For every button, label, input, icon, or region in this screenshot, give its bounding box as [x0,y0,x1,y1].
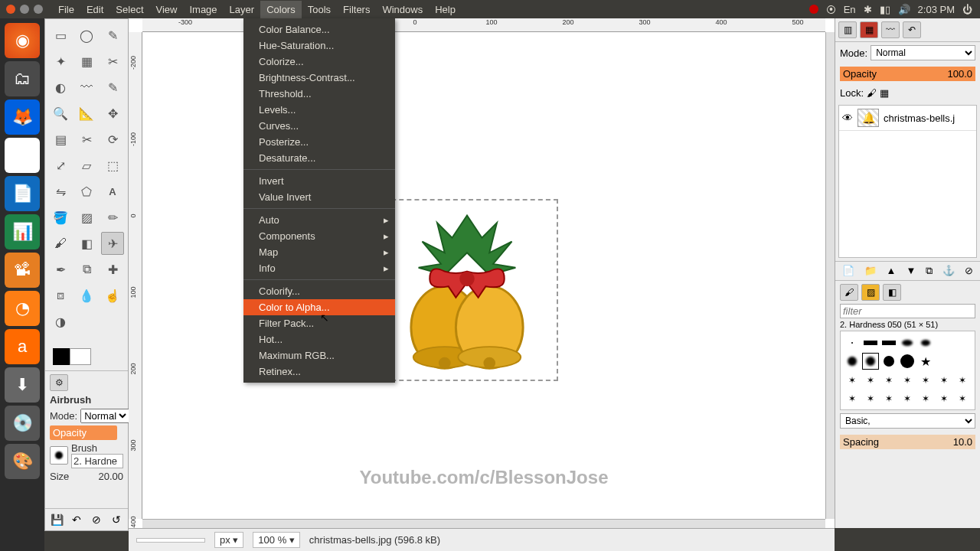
menu-item-invert[interactable]: Invert [243,173,395,189]
image-selection[interactable] [376,199,558,381]
layer-visibility-icon[interactable]: 👁 [842,112,853,124]
menu-item-components[interactable]: Components [243,228,395,244]
unit-select[interactable]: px ▾ [214,532,243,548]
layer-anchor-icon[interactable]: ⚓ [942,265,955,277]
tab-brushes-icon[interactable]: 🖌 [840,284,858,301]
tool-smudge[interactable]: ☝ [101,284,124,307]
brush-cell[interactable] [917,334,934,351]
layer-new-icon[interactable]: 📄 [842,265,854,277]
menu-item-retinex[interactable]: Retinex... [243,364,395,380]
menu-item-colorify[interactable]: Colorify... [243,283,395,299]
brush-preview[interactable] [50,446,68,465]
tool-pencil[interactable]: ✏ [101,206,124,229]
brush-cell[interactable] [936,371,952,388]
tool-move[interactable]: ✥ [101,102,124,125]
menu-item-brightness-contrast[interactable]: Brightness-Contrast... [243,70,395,86]
opacity-slider[interactable]: Opacity [50,425,117,440]
tab-patterns-icon[interactable]: ▨ [861,284,880,301]
layer-down-icon[interactable]: ▼ [906,265,916,277]
brush-cell-selected[interactable] [862,353,879,370]
brush-cell[interactable] [954,353,971,370]
tool-airbrush[interactable]: ✈ [101,232,124,255]
scrollbar-vertical[interactable] [825,32,835,519]
tool-scale[interactable]: ⤢ [49,154,72,177]
tool-blur[interactable]: 💧 [75,284,98,307]
window-close-button[interactable] [6,5,15,14]
brush-cell[interactable] [862,371,879,388]
battery-icon[interactable]: ▮▯ [880,4,890,15]
tool-scissors[interactable]: ✂ [101,50,124,73]
tool-paintbrush[interactable]: 🖌 [49,232,72,255]
dock-revert-icon[interactable]: ↶ [69,512,84,527]
tool-flip[interactable]: ⇋ [49,180,72,203]
menu-item-auto[interactable]: Auto [243,212,395,228]
tool-rotate[interactable]: ⟳ [101,128,124,151]
tab-paths-icon[interactable]: 〰 [881,21,900,38]
brush-cell[interactable] [844,390,861,406]
brush-cell[interactable] [954,334,971,351]
brush-cell[interactable] [899,353,916,370]
menu-item-color-balance[interactable]: Color Balance... [243,21,395,37]
brush-cell[interactable] [917,371,934,388]
tool-measure[interactable]: 📐 [75,102,98,125]
menu-colors[interactable]: Colors [260,1,302,18]
zoom-select[interactable]: 100 % ▾ [253,532,300,548]
tab-undo-icon[interactable]: ↶ [903,21,921,38]
layer-thumbnail[interactable]: 🔔 [858,109,879,127]
tool-zoom[interactable]: 🔍 [49,102,72,125]
layer-delete-icon[interactable]: ⊘ [965,265,973,277]
tool-crop[interactable]: ✂ [75,128,98,151]
menu-item-hot[interactable]: Hot... [243,331,395,347]
tab-channels-icon[interactable]: ▦ [860,21,878,38]
tool-eraser[interactable]: ◧ [75,232,98,255]
menu-item-map[interactable]: Map [243,244,395,260]
tool-clone[interactable]: ⧉ [75,258,98,281]
launcher-firefox[interactable]: 🦊 [5,99,40,135]
brush-cell[interactable] [954,371,971,388]
menu-item-curves[interactable]: Curves... [243,118,395,134]
launcher-misc[interactable]: 💿 [5,406,40,441]
brush-cell[interactable] [880,353,897,370]
brush-cell[interactable] [917,353,934,370]
brush-cell[interactable] [936,334,952,351]
tool-shear[interactable]: ▱ [75,154,98,177]
menu-item-posterize[interactable]: Posterize... [243,134,395,150]
launcher-blender[interactable]: ◔ [5,291,40,326]
menu-filters[interactable]: Filters [337,1,376,18]
menu-item-maximum-rgb[interactable]: Maximum RGB... [243,347,395,364]
clock[interactable]: 2:03 PM [918,4,955,15]
brush-name[interactable]: 2. Hardne [71,454,123,468]
dock-delete-icon[interactable]: ⊘ [89,512,104,527]
menu-item-info[interactable]: Info [243,260,395,276]
tool-bucket[interactable]: 🪣 [49,206,72,229]
brush-filter-input[interactable] [840,304,975,318]
launcher-dash[interactable]: ◉ [5,23,40,58]
launcher-impress[interactable]: 📽 [5,253,40,288]
tool-free-select[interactable]: ✎ [101,24,124,47]
tab-layers-icon[interactable]: ▥ [838,21,857,38]
brush-cell[interactable] [880,334,897,351]
brush-cell[interactable] [862,334,879,351]
brush-cell[interactable] [862,390,879,406]
tool-picker[interactable]: ✎ [101,76,124,99]
mode-select[interactable]: Normal [80,409,129,423]
layer-dup-icon[interactable]: ⧉ [926,265,933,277]
brush-cell[interactable] [917,390,934,406]
brush-cell[interactable] [936,353,952,370]
window-minimize-button[interactable] [20,5,29,14]
tool-ink[interactable]: ✒ [49,258,72,281]
color-swatches[interactable] [45,337,128,370]
tool-heal[interactable]: ✚ [101,258,124,281]
window-maximize-button[interactable] [34,5,43,14]
menu-select[interactable]: Select [109,1,149,18]
brush-cell[interactable] [899,371,916,388]
launcher-chrome[interactable]: ◒ [5,138,40,173]
dock-reset-icon[interactable]: ↺ [109,512,124,527]
launcher-writer[interactable]: 📄 [5,176,40,211]
launcher-gimp[interactable]: 🎨 [5,444,40,479]
menu-tools[interactable]: Tools [302,1,337,18]
menu-item-levels[interactable]: Levels... [243,102,395,118]
lock-alpha-icon[interactable]: ▦ [880,87,889,99]
tool-cage[interactable]: ⬠ [75,180,98,203]
ruler-vertical[interactable]: -200-1000100200300400 [129,32,142,519]
